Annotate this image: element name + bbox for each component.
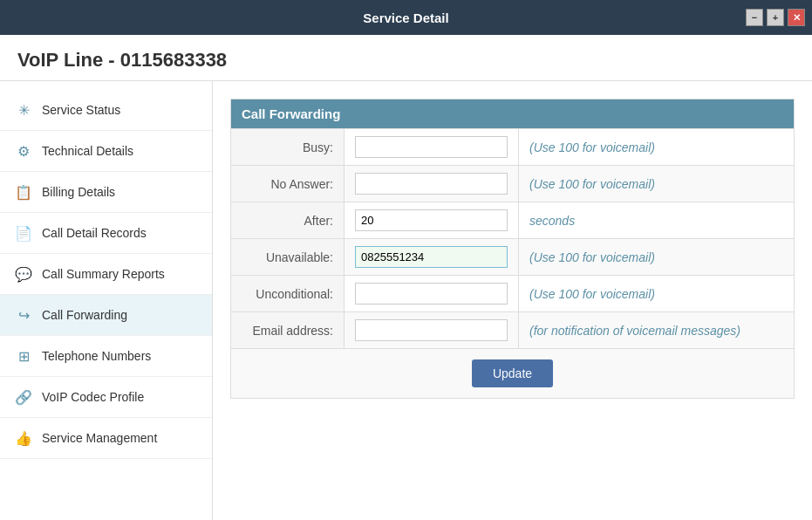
sidebar-item-call-detail-records[interactable]: 📄Call Detail Records	[0, 213, 212, 254]
cf-input-after[interactable]	[355, 209, 508, 231]
cf-input-cell-email	[345, 312, 519, 349]
sidebar-item-label-technical-details: Technical Details	[42, 144, 133, 158]
cf-hint-unavailable: (Use 100 for voicemail)	[519, 239, 795, 276]
cf-label-unconditional: Unconditional:	[231, 276, 345, 312]
main-panel: Call Forwarding Busy:(Use 100 for voicem…	[213, 81, 812, 520]
sidebar-item-label-call-forwarding: Call Forwarding	[42, 308, 127, 322]
sidebar-item-label-billing-details: Billing Details	[42, 185, 115, 199]
cf-hint-after: seconds	[519, 202, 795, 239]
sidebar-item-label-call-summary-reports: Call Summary Reports	[42, 267, 165, 281]
sidebar-item-call-summary-reports[interactable]: 💬Call Summary Reports	[0, 254, 212, 295]
cf-input-unconditional[interactable]	[355, 283, 508, 304]
cf-input-cell-no-answer	[345, 166, 519, 202]
cf-update-row: Update	[231, 349, 795, 399]
cf-hint-no-answer: (Use 100 for voicemail)	[519, 166, 795, 202]
sidebar-item-service-status[interactable]: ✳Service Status	[0, 90, 212, 131]
cf-input-email[interactable]	[355, 319, 508, 341]
cf-hint-busy: (Use 100 for voicemail)	[519, 129, 795, 166]
service-management-icon: 👍	[14, 428, 33, 448]
main-container: VoIP Line - 0115683338 ✳Service Status⚙T…	[0, 35, 812, 520]
window-controls: − + ✕	[746, 9, 805, 26]
call-forwarding-header: Call Forwarding	[231, 99, 795, 129]
sidebar-item-label-telephone-numbers: Telephone Numbers	[42, 349, 151, 363]
sidebar-item-service-management[interactable]: 👍Service Management	[0, 418, 212, 459]
cf-label-after: After:	[231, 202, 345, 239]
cf-row-busy: Busy:(Use 100 for voicemail)	[231, 129, 795, 166]
technical-details-icon: ⚙	[14, 141, 33, 161]
cf-row-unconditional: Unconditional:(Use 100 for voicemail)	[231, 276, 795, 312]
cf-hint-unconditional: (Use 100 for voicemail)	[519, 276, 795, 312]
sidebar-item-voip-codec-profile[interactable]: 🔗VoIP Codec Profile	[0, 377, 212, 418]
call-detail-records-icon: 📄	[14, 223, 33, 243]
close-button[interactable]: ✕	[788, 9, 805, 26]
billing-details-icon: 📋	[14, 182, 33, 202]
sidebar-item-label-service-status: Service Status	[42, 103, 120, 117]
sidebar-item-billing-details[interactable]: 📋Billing Details	[0, 172, 212, 213]
cf-label-email: Email address:	[231, 312, 345, 349]
cf-input-cell-unavailable	[345, 239, 519, 276]
title-bar-text: Service Detail	[363, 10, 448, 25]
update-button[interactable]: Update	[472, 359, 553, 387]
voip-codec-profile-icon: 🔗	[14, 387, 33, 407]
maximize-button[interactable]: +	[767, 9, 784, 26]
sidebar-item-telephone-numbers[interactable]: ⊞Telephone Numbers	[0, 336, 212, 377]
cf-input-no-answer[interactable]	[355, 173, 508, 195]
cf-row-after: After:seconds	[231, 202, 795, 239]
sidebar-item-label-voip-codec-profile: VoIP Codec Profile	[42, 390, 144, 404]
sidebar-item-call-forwarding[interactable]: ↪Call Forwarding	[0, 295, 212, 336]
telephone-numbers-icon: ⊞	[14, 346, 33, 366]
cf-label-no-answer: No Answer:	[231, 166, 345, 202]
cf-input-cell-after	[345, 202, 519, 239]
call-forwarding-table: Call Forwarding Busy:(Use 100 for voicem…	[230, 99, 795, 399]
sidebar-item-label-call-detail-records: Call Detail Records	[42, 226, 147, 240]
cf-input-unavailable[interactable]	[355, 246, 508, 268]
cf-row-unavailable: Unavailable:(Use 100 for voicemail)	[231, 239, 795, 276]
content-area: ✳Service Status⚙Technical Details📋Billin…	[0, 81, 812, 520]
cf-row-email: Email address:(for notification of voice…	[231, 312, 795, 349]
service-status-icon: ✳	[14, 100, 33, 120]
call-summary-reports-icon: 💬	[14, 264, 33, 284]
cf-input-busy[interactable]	[355, 136, 508, 158]
minimize-button[interactable]: −	[746, 9, 763, 26]
sidebar: ✳Service Status⚙Technical Details📋Billin…	[0, 81, 213, 520]
title-bar: Service Detail − + ✕	[0, 0, 812, 35]
sidebar-item-technical-details[interactable]: ⚙Technical Details	[0, 131, 212, 172]
page-title: VoIP Line - 0115683338	[17, 49, 795, 72]
cf-row-no-answer: No Answer:(Use 100 for voicemail)	[231, 166, 795, 202]
page-header: VoIP Line - 0115683338	[0, 35, 812, 81]
sidebar-item-label-service-management: Service Management	[42, 431, 157, 445]
cf-label-unavailable: Unavailable:	[231, 239, 345, 276]
cf-input-cell-unconditional	[345, 276, 519, 312]
cf-label-busy: Busy:	[231, 129, 345, 166]
cf-input-cell-busy	[345, 129, 519, 166]
call-forwarding-icon: ↪	[14, 305, 33, 325]
cf-hint-email: (for notification of voicemail messages)	[519, 312, 795, 349]
